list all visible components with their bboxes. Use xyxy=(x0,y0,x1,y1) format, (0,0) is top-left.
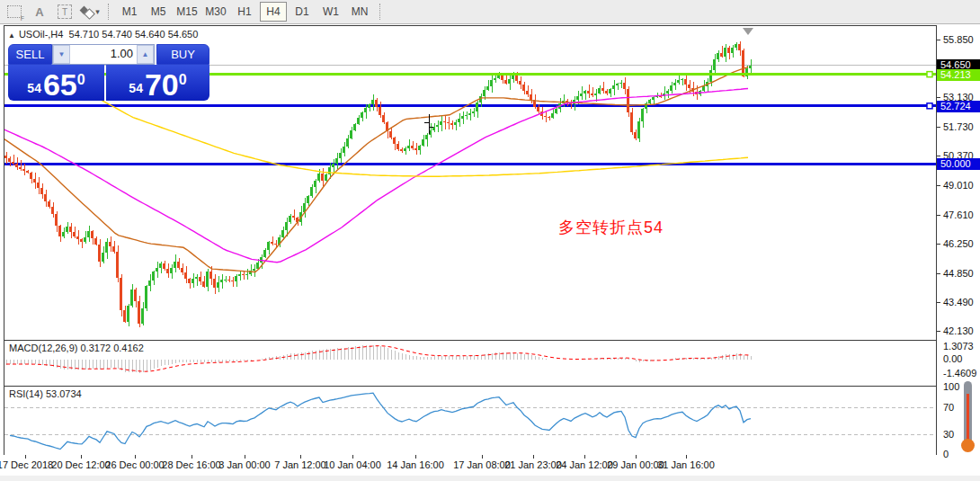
time-tick-label: 7 Jan 12:00 xyxy=(274,459,326,470)
price-tick-mark xyxy=(937,244,940,245)
rsi-axis-label: 30 xyxy=(943,429,954,440)
time-tick-mark xyxy=(533,455,534,459)
time-tick-label: 29 Jan 00:00 xyxy=(607,459,664,470)
one-click-collapse-icon[interactable]: ▲ xyxy=(8,31,15,40)
ohlc-values: 54.710 54.740 54.640 54.650 xyxy=(69,29,199,40)
time-tick-mark xyxy=(636,455,637,459)
timeframe-button-d1[interactable]: D1 xyxy=(289,2,316,22)
font-a-icon: A xyxy=(35,5,43,19)
timeframe-button-w1[interactable]: W1 xyxy=(317,2,344,22)
line-drag-handle[interactable] xyxy=(927,72,932,77)
text-label-tool-button[interactable]: T xyxy=(53,2,76,22)
bid-price-panel[interactable]: 54 65 0 xyxy=(8,65,104,101)
time-tick-label: 21 Jan 23:00 xyxy=(504,459,562,470)
time-tick-mark xyxy=(415,455,416,459)
timeframe-button-m5[interactable]: M5 xyxy=(145,2,172,22)
ask-pip-digit: 0 xyxy=(179,73,187,87)
volume-stepper: ▼ 1.00 ▲ xyxy=(52,44,155,65)
rsi-axis-label: 100 xyxy=(943,381,959,392)
volume-decrease-button[interactable]: ▼ xyxy=(53,45,70,64)
buy-button[interactable]: BUY xyxy=(156,44,209,65)
line-drag-handle[interactable] xyxy=(927,103,932,109)
timeframe-button-m30[interactable]: M30 xyxy=(202,2,229,22)
time-tick-label: 28 Dec 16:00 xyxy=(162,459,220,470)
price-tick-mark xyxy=(937,127,940,128)
properties-grid-icon[interactable]: F xyxy=(3,2,26,22)
time-tick-mark xyxy=(192,455,192,459)
timeframe-button-m1[interactable]: M1 xyxy=(116,2,143,22)
one-click-trading-panel: SELL ▼ 1.00 ▲ BUY 54 65 0 54 70 0 xyxy=(8,44,209,101)
time-tick-mark xyxy=(25,455,26,459)
time-tick-label: 26 Dec 00:00 xyxy=(105,459,164,470)
macd-label: MACD(12,26,9) 0.3172 0.4162 xyxy=(9,343,144,353)
bid-main-digits: 65 xyxy=(43,69,77,100)
macd-indicator-canvas[interactable] xyxy=(4,340,938,387)
time-tick-label: 10 Jan 04:00 xyxy=(324,459,381,470)
time-tick-label: 3 Jan 00:00 xyxy=(218,459,271,470)
sell-button[interactable]: SELL xyxy=(8,44,52,65)
chevron-down-icon[interactable]: ▾ xyxy=(95,7,100,16)
grid-icon: F xyxy=(7,5,22,18)
draw-objects-tool-button[interactable]: ▾ xyxy=(78,2,102,22)
font-tool-button[interactable]: A xyxy=(28,2,51,22)
price-tick-mark xyxy=(937,185,940,186)
price-tick-mark xyxy=(937,273,940,274)
price-tick-mark xyxy=(937,302,940,303)
macd-axis-label: 1.3073 xyxy=(943,341,974,352)
price-tick-label: 44.850 xyxy=(943,268,974,279)
time-tick-mark xyxy=(300,455,301,459)
price-tick-label: 46.250 xyxy=(943,238,974,249)
time-axis[interactable]: 17 Dec 201820 Dec 12:0026 Dec 00:0028 De… xyxy=(0,455,980,476)
chart-symbol-header: ▲USOil-,H4 54.710 54.740 54.640 54.650 xyxy=(8,29,198,40)
rsi-line xyxy=(10,393,751,449)
thermometer-icon xyxy=(958,381,976,460)
time-tick-mark xyxy=(81,455,82,459)
price-tick-label: 43.490 xyxy=(943,297,974,307)
time-tick-label: 17 Dec 2018 xyxy=(0,459,53,470)
rsi-axis-label: 0 xyxy=(943,449,949,459)
time-tick-mark xyxy=(135,455,136,459)
bid-big-figure: 54 xyxy=(27,76,41,100)
timeframe-button-m15[interactable]: M15 xyxy=(174,2,200,22)
ask-main-digits: 70 xyxy=(145,69,179,100)
price-tick-label: 51.730 xyxy=(943,121,974,132)
timeframe-button-h1[interactable]: H1 xyxy=(231,2,258,22)
symbol-label: USOil-,H4 xyxy=(19,29,64,40)
timeframe-button-h4[interactable]: H4 xyxy=(260,2,287,22)
time-tick-mark xyxy=(245,455,245,459)
time-tick-mark xyxy=(584,455,585,459)
chart-annotation-text: 多空转折点54 xyxy=(558,217,664,238)
macd-axis-label: 0.00 xyxy=(943,353,962,364)
price-tick-mark xyxy=(937,331,940,332)
timeframe-button-mn[interactable]: MN xyxy=(346,2,373,22)
diamonds-icon xyxy=(80,6,94,18)
price-tick-label: 47.610 xyxy=(943,209,974,220)
toolbar-separator xyxy=(108,4,110,20)
bid-pip-digit: 0 xyxy=(77,73,85,87)
toolbar-separator xyxy=(379,4,381,20)
ask-big-figure: 54 xyxy=(129,76,143,100)
macd-axis-label: -1.4609 xyxy=(943,368,976,379)
price-badge-54.213: 54.213 xyxy=(937,69,980,81)
price-tick-label: 55.850 xyxy=(943,34,974,45)
chart-shift-marker-icon[interactable] xyxy=(743,28,753,35)
price-tick-mark xyxy=(937,215,940,216)
time-tick-mark xyxy=(482,455,483,459)
price-tick-mark xyxy=(937,97,940,98)
time-tick-label: 14 Jan 16:00 xyxy=(387,459,444,470)
rsi-indicator-canvas[interactable] xyxy=(4,386,938,457)
rsi-label: RSI(14) 53.0734 xyxy=(9,388,82,399)
price-tick-mark xyxy=(937,40,940,40)
time-tick-label: 20 Dec 12:00 xyxy=(51,459,110,470)
ask-price-panel[interactable]: 54 70 0 xyxy=(106,65,209,101)
price-tick-label: 49.010 xyxy=(943,180,974,191)
volume-value[interactable]: 1.00 xyxy=(70,45,137,64)
time-tick-label: 24 Jan 12:00 xyxy=(556,459,613,470)
volume-increase-button[interactable]: ▲ xyxy=(137,45,154,64)
time-tick-label: 31 Jan 16:00 xyxy=(657,459,715,470)
price-badge-52.724: 52.724 xyxy=(937,101,980,112)
price-tick-label: 42.130 xyxy=(943,325,974,336)
time-tick-mark xyxy=(686,455,687,459)
text-t-icon: T xyxy=(58,4,72,19)
price-tick-mark xyxy=(937,156,940,156)
